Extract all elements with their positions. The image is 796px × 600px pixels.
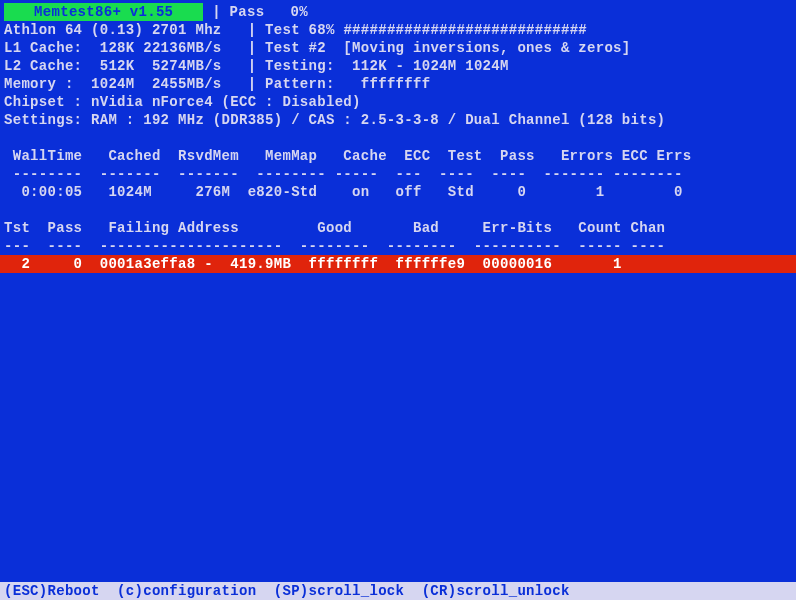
l2-line: L2 Cache: 512K 5274MB/s | Testing: 112K …	[0, 57, 796, 75]
status-row: 0:00:05 1024M 276M e820-Std on off Std 0…	[0, 183, 796, 201]
l1-line: L1 Cache: 128K 22136MB/s | Test #2 [Movi…	[0, 39, 796, 57]
error-row: 2 0 0001a3effa8 - 419.9MB ffffffff fffff…	[0, 255, 796, 273]
memtest-screen: Memtest86+ v1.55 | Pass 0% Athlon 64 (0.…	[0, 0, 796, 600]
chipset-line: Chipset : nVidia nForce4 (ECC : Disabled…	[0, 93, 796, 111]
test-progress: Test 68% ############################	[265, 22, 587, 38]
cpu-line: Athlon 64 (0.13) 2701 Mhz | Test 68% ###…	[0, 21, 796, 39]
l1-cache: L1 Cache: 128K 22136MB/s	[4, 40, 222, 56]
title-line: Memtest86+ v1.55 | Pass 0%	[0, 3, 796, 21]
test-description: Test #2 [Moving inversions, ones & zeros…	[265, 40, 630, 56]
footer-bar[interactable]: (ESC)Reboot (c)configuration (SP)scroll_…	[0, 582, 796, 600]
blank	[0, 129, 796, 147]
pattern-info: Pattern: ffffffff	[265, 76, 430, 92]
error-headers: Tst Pass Failing Address Good Bad Err-Bi…	[0, 219, 796, 237]
status-divider: -------- ------- ------- -------- ----- …	[0, 165, 796, 183]
progress-bar: ############################	[343, 22, 587, 38]
error-divider: --- ---- --------------------- -------- …	[0, 237, 796, 255]
l2-cache: L2 Cache: 512K 5274MB/s	[4, 58, 222, 74]
app-title: Memtest86+ v1.55	[4, 3, 203, 21]
pass-progress: | Pass 0%	[203, 4, 307, 20]
cpu-info: Athlon 64 (0.13) 2701 Mhz	[4, 22, 222, 38]
testing-range: Testing: 112K - 1024M 1024M	[265, 58, 509, 74]
mem-line: Memory : 1024M 2455MB/s | Pattern: fffff…	[0, 75, 796, 93]
blank	[0, 201, 796, 219]
status-headers: WallTime Cached RsvdMem MemMap Cache ECC…	[0, 147, 796, 165]
settings-line: Settings: RAM : 192 MHz (DDR385) / CAS :…	[0, 111, 796, 129]
memory-info: Memory : 1024M 2455MB/s	[4, 76, 222, 92]
